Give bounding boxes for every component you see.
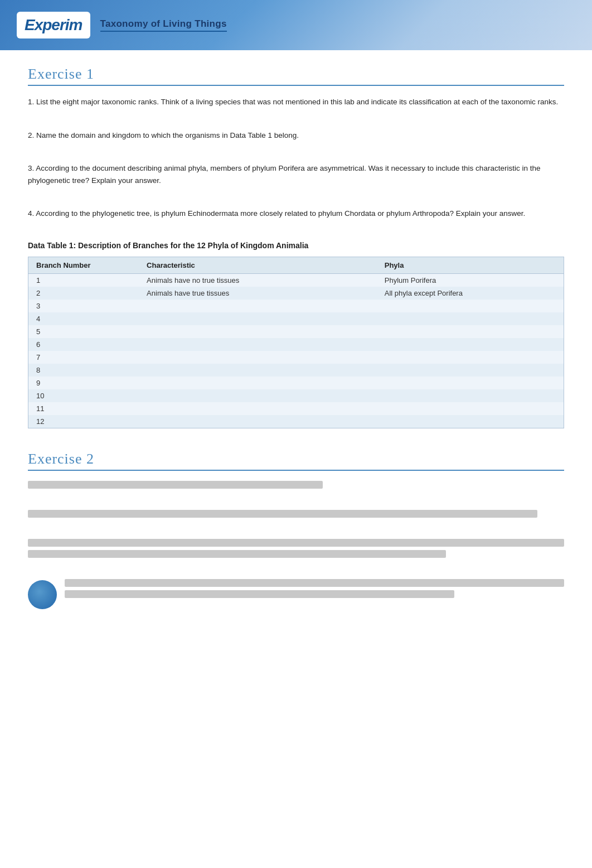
cell-characteristic <box>139 389 377 402</box>
blurred-line-4b <box>65 590 454 598</box>
cell-phyla <box>377 415 564 428</box>
cell-branch: 10 <box>28 389 139 402</box>
question-3: 3. According to the document describing … <box>28 162 564 186</box>
cell-characteristic: Animals have true tissues <box>139 287 377 300</box>
table-row: 2Animals have true tissuesAll phyla exce… <box>28 287 564 300</box>
question-2: 2. Name the domain and kingdom to which … <box>28 129 564 142</box>
table-header-row: Branch Number Characteristic Phyla <box>28 257 564 274</box>
col-header-characteristic: Characteristic <box>139 257 377 274</box>
table-row: 9 <box>28 377 564 389</box>
cell-characteristic <box>139 325 377 338</box>
exercise2-question-4 <box>28 579 564 609</box>
cell-branch: 5 <box>28 325 139 338</box>
cell-characteristic <box>139 377 377 389</box>
table-row: 10 <box>28 389 564 402</box>
avatar <box>28 580 57 609</box>
cell-branch: 6 <box>28 338 139 351</box>
cell-characteristic <box>139 338 377 351</box>
table-row: 3 <box>28 300 564 312</box>
avatar-text <box>65 579 564 601</box>
blurred-line-1 <box>28 481 323 489</box>
cell-phyla <box>377 312 564 325</box>
exercise2-heading: Exercise 2 <box>28 451 564 471</box>
question-1-text: 1. List the eight major taxonomic ranks.… <box>28 96 564 108</box>
cell-phyla: All phyla except Porifera <box>377 287 564 300</box>
exercise1-heading: Exercise 1 <box>28 66 564 86</box>
table-row: 8 <box>28 364 564 377</box>
question-4-text: 4. According to the phylogenetic tree, i… <box>28 208 564 220</box>
table-row: 1Animals have no true tissuesPhylum Pori… <box>28 273 564 287</box>
cell-branch: 8 <box>28 364 139 377</box>
cell-branch: 7 <box>28 351 139 364</box>
header-title: Taxonomy of Living Things <box>100 18 227 32</box>
table-row: 6 <box>28 338 564 351</box>
cell-branch: 3 <box>28 300 139 312</box>
question-3-text: 3. According to the document describing … <box>28 162 564 186</box>
cell-branch: 11 <box>28 402 139 415</box>
exercise2-question-3 <box>28 539 564 558</box>
cell-characteristic <box>139 312 377 325</box>
cell-phyla <box>377 325 564 338</box>
cell-characteristic: Animals have no true tissues <box>139 273 377 287</box>
question-2-text: 2. Name the domain and kingdom to which … <box>28 129 564 142</box>
logo-box: Experim <box>17 12 90 38</box>
blurred-line-3b <box>28 550 446 558</box>
cell-branch: 2 <box>28 287 139 300</box>
cell-characteristic <box>139 351 377 364</box>
cell-branch: 12 <box>28 415 139 428</box>
data-table-title: Data Table 1: Description of Branches fo… <box>28 241 564 250</box>
cell-phyla <box>377 402 564 415</box>
data-table-wrapper: Branch Number Characteristic Phyla 1Anim… <box>28 257 564 428</box>
cell-branch: 4 <box>28 312 139 325</box>
cell-phyla <box>377 300 564 312</box>
table-row: 4 <box>28 312 564 325</box>
cell-branch: 1 <box>28 273 139 287</box>
question-4: 4. According to the phylogenetic tree, i… <box>28 208 564 220</box>
blurred-line-3a <box>28 539 564 547</box>
main-content: Exercise 1 1. List the eight major taxon… <box>0 50 592 646</box>
table-body: 1Animals have no true tissuesPhylum Pori… <box>28 273 564 428</box>
cell-phyla <box>377 351 564 364</box>
col-header-branch: Branch Number <box>28 257 139 274</box>
cell-characteristic <box>139 300 377 312</box>
blurred-line-2 <box>28 510 537 518</box>
table-row: 5 <box>28 325 564 338</box>
cell-phyla <box>377 338 564 351</box>
cell-phyla <box>377 377 564 389</box>
page-header: Experim Taxonomy of Living Things <box>0 0 592 50</box>
cell-characteristic <box>139 415 377 428</box>
table-row: 7 <box>28 351 564 364</box>
table-row: 11 <box>28 402 564 415</box>
col-header-phyla: Phyla <box>377 257 564 274</box>
cell-branch: 9 <box>28 377 139 389</box>
cell-characteristic <box>139 402 377 415</box>
cell-phyla <box>377 364 564 377</box>
cell-phyla <box>377 389 564 402</box>
exercise2-question-1 <box>28 481 564 489</box>
cell-phyla: Phylum Porifera <box>377 273 564 287</box>
logo-text: Experim <box>25 16 83 34</box>
question-1: 1. List the eight major taxonomic ranks.… <box>28 96 564 108</box>
blurred-line-4a <box>65 579 564 587</box>
exercise2-question-2 <box>28 510 564 518</box>
table-row: 12 <box>28 415 564 428</box>
cell-characteristic <box>139 364 377 377</box>
data-table: Branch Number Characteristic Phyla 1Anim… <box>28 257 564 428</box>
exercise2-section: Exercise 2 <box>28 451 564 609</box>
data-table-section: Data Table 1: Description of Branches fo… <box>28 241 564 428</box>
